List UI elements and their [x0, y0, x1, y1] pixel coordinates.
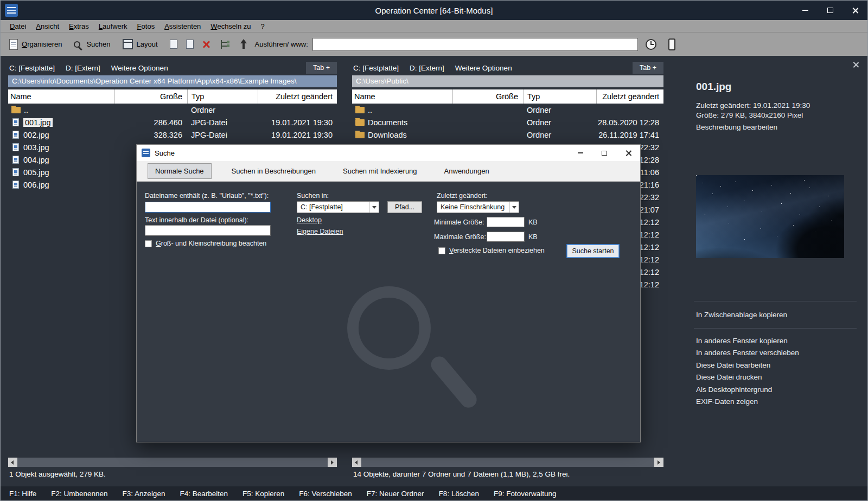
drive-tab-c[interactable]: C: [Festplatte]	[353, 64, 399, 72]
layout-button[interactable]: Layout	[123, 39, 158, 49]
f2-umbenennen[interactable]: F2: Umbenennen	[51, 490, 107, 498]
f7-neuer-ordner[interactable]: F7: Neuer Ordner	[367, 490, 424, 498]
file-row[interactable]: Documents Ordner 28.05.2020 12:28	[352, 116, 663, 129]
drive-tab-d[interactable]: D: [Extern]	[410, 64, 444, 72]
run-input[interactable]	[312, 38, 638, 51]
column-name[interactable]: Name	[352, 89, 452, 104]
move-to-other-window-action[interactable]: In anderes Fenster verschieben	[696, 349, 799, 357]
more-options-tab[interactable]: Weitere Optionen	[111, 64, 168, 72]
copy-to-other-window-action[interactable]: In anderes Fenster kopieren	[696, 337, 788, 345]
column-size[interactable]: Größe	[114, 89, 187, 104]
column-type[interactable]: Typ	[187, 89, 258, 104]
layout-label: Layout	[137, 40, 158, 48]
clock-icon[interactable]	[646, 39, 656, 50]
edit-description-link[interactable]: Beschreibung bearbeiten	[696, 123, 777, 131]
tree-view-icon[interactable]	[221, 40, 229, 49]
f9-fotoverwaltung[interactable]: F9: Fotoverwaltung	[494, 490, 557, 498]
filename-input[interactable]	[145, 202, 271, 213]
column-type[interactable]: Typ	[523, 89, 596, 104]
own-files-link[interactable]: Eigene Dateien	[297, 228, 343, 235]
menu-wechseln-zu[interactable]: Wechseln zu	[206, 22, 256, 30]
copy-to-clipboard-action[interactable]: In Zwischenablage kopieren	[696, 311, 787, 319]
menu-fotos[interactable]: Fotos	[132, 22, 160, 30]
f1-hilfe[interactable]: F1: Hilfe	[9, 490, 36, 498]
up-arrow-icon[interactable]	[240, 39, 247, 49]
f6-verschieben[interactable]: F6: Verschieben	[299, 490, 352, 498]
dialog-maximize-button[interactable]	[592, 145, 616, 161]
start-search-button[interactable]: Suche starten	[566, 244, 620, 258]
maximize-button[interactable]	[818, 1, 843, 20]
modified-filter-value: Keine Einschränkung	[441, 203, 505, 211]
search-button[interactable]: Suchen	[74, 40, 110, 48]
more-options-tab[interactable]: Weitere Optionen	[455, 64, 512, 72]
path-button[interactable]: Pfad...	[387, 201, 422, 213]
file-row[interactable]: .. Ordner	[8, 104, 337, 116]
new-tab-button[interactable]: Tab +	[633, 62, 663, 74]
min-size-unit: KB	[528, 219, 538, 226]
copy-icon[interactable]	[170, 40, 177, 49]
column-modified[interactable]: Zuletzt geändert	[258, 89, 337, 104]
set-wallpaper-action[interactable]: Als Desktophintergrund	[696, 386, 772, 394]
menu-ansicht[interactable]: Ansicht	[31, 22, 64, 30]
f5-kopieren[interactable]: F5: Kopieren	[242, 490, 284, 498]
menu-laufwerk[interactable]: Laufwerk	[94, 22, 132, 30]
file-row-selected[interactable]: 001.jpg 286.460 JPG-Datei 19.01.2021 19:…	[8, 116, 337, 129]
close-panel-icon[interactable]	[852, 61, 859, 68]
close-button[interactable]	[843, 1, 867, 20]
preview-file-title: 001.jpg	[696, 81, 731, 93]
case-sensitive-checkbox[interactable]: Groß- und Kleinschreibung beachten	[145, 240, 266, 247]
tab-anwendungen[interactable]: Anwendungen	[437, 164, 496, 178]
tab-normale-suche[interactable]: Normale Suche	[148, 163, 212, 179]
f4-bearbeiten[interactable]: F4: Bearbeiten	[180, 490, 228, 498]
layout-icon	[123, 39, 133, 49]
max-size-input[interactable]	[487, 232, 525, 242]
search-in-select[interactable]: C: [Festplatte]	[297, 201, 379, 213]
dialog-minimize-button[interactable]	[569, 145, 592, 161]
function-key-bar: F1: Hilfe F2: Umbenennen F3: Anzeigen F4…	[1, 486, 867, 500]
delete-icon[interactable]	[202, 41, 210, 48]
menu-assistenten[interactable]: Assistenten	[159, 22, 206, 30]
f3-anzeigen[interactable]: F3: Anzeigen	[123, 490, 165, 498]
scrollbar-track[interactable]	[361, 458, 654, 467]
min-size-input[interactable]	[487, 217, 525, 227]
file-row[interactable]: Downloads Ordner 26.11.2019 17:41	[352, 129, 663, 141]
scrollbar-track[interactable]	[17, 458, 328, 467]
f8-loeschen[interactable]: F8: Löschen	[439, 490, 479, 498]
phone-icon[interactable]	[668, 38, 675, 50]
image-preview[interactable]	[696, 175, 844, 258]
organize-button[interactable]: Organisieren	[9, 39, 62, 50]
edit-file-action[interactable]: Diese Datei bearbeiten	[696, 361, 770, 369]
file-text-input[interactable]	[145, 225, 271, 236]
column-name[interactable]: Name	[8, 89, 114, 104]
tab-suchen-in-beschreibungen[interactable]: Suchen in Beschreibungen	[225, 164, 323, 178]
column-modified[interactable]: Zuletzt geändert	[596, 89, 663, 104]
column-size[interactable]: Größe	[452, 89, 523, 104]
foliage-silhouette	[696, 247, 779, 258]
path-bar[interactable]: C:\Users\Public\	[352, 75, 663, 87]
show-exif-action[interactable]: EXIF-Daten zeigen	[696, 397, 758, 406]
menu-help[interactable]: ?	[256, 22, 270, 30]
search-icon	[74, 41, 80, 48]
hidden-files-checkbox[interactable]: Versteckte Dateien einbeziehen	[438, 247, 545, 254]
dialog-close-button[interactable]	[616, 145, 640, 161]
app-icon	[5, 4, 18, 17]
file-row[interactable]: 002.jpg 328.326 JPG-Datei 19.01.2021 19:…	[8, 129, 337, 141]
duplicate-icon[interactable]	[186, 40, 194, 49]
print-file-action[interactable]: Diese Datei drucken	[696, 373, 762, 381]
file-name: 002.jpg	[23, 131, 49, 139]
modified-filter-select[interactable]: Keine Einschränkung	[437, 201, 519, 213]
scroll-left-button[interactable]	[352, 458, 361, 467]
scroll-right-button[interactable]	[654, 458, 663, 467]
scroll-right-button[interactable]	[328, 458, 337, 467]
drive-tab-c[interactable]: C: [Festplatte]	[9, 64, 55, 72]
scroll-left-button[interactable]	[8, 458, 17, 467]
file-row[interactable]: .. Ordner	[352, 104, 663, 116]
menu-extras[interactable]: Extras	[64, 22, 94, 30]
desktop-link[interactable]: Desktop	[297, 216, 322, 224]
new-tab-button[interactable]: Tab +	[306, 62, 337, 74]
menu-datei[interactable]: Datei	[5, 22, 31, 30]
tab-suchen-mit-indexierung[interactable]: Suchen mit Indexierung	[336, 164, 424, 178]
minimize-button[interactable]	[793, 1, 818, 20]
drive-tab-d[interactable]: D: [Extern]	[66, 64, 100, 72]
path-bar[interactable]: C:\Users\info\Documents\Operation Center…	[8, 75, 337, 87]
